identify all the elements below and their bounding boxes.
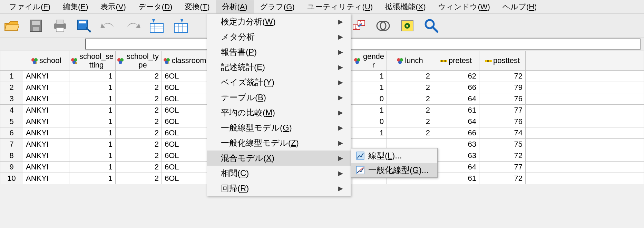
cell-gender[interactable]: 1 — [352, 71, 387, 82]
goto-variable-icon[interactable] — [173, 18, 189, 34]
cell-posttest[interactable]: 79 — [479, 82, 526, 93]
cell-school-type[interactable]: 2 — [116, 116, 162, 127]
submenu-item-線型[interactable]: 線型(L)... — [351, 148, 437, 163]
cell-school-type[interactable]: 2 — [116, 82, 162, 93]
cell-pretest[interactable]: 61 — [433, 173, 479, 184]
cell-school-setting[interactable]: 1 — [69, 150, 116, 162]
cell-school[interactable]: ANKYI — [23, 116, 69, 127]
col-header-classroom[interactable]: aclassroom — [162, 51, 208, 71]
cell-posttest[interactable]: 77 — [479, 105, 526, 116]
open-file-icon[interactable] — [3, 18, 20, 34]
cell-classroom[interactable]: 6OL — [162, 162, 208, 173]
cell-classroom[interactable]: 6OL — [162, 173, 208, 184]
cell-school[interactable]: ANKYI — [23, 150, 69, 162]
cell-lunch[interactable]: 2 — [387, 105, 433, 116]
menu-item-テーブル[interactable]: テーブル(B)▶ — [207, 90, 351, 105]
cell-pretest[interactable]: 62 — [433, 71, 479, 82]
use-sets-icon[interactable] — [375, 18, 391, 34]
cell-lunch[interactable]: 2 — [387, 71, 433, 82]
cell-pretest[interactable]: 63 — [433, 150, 479, 162]
menu-item-メタ分析[interactable]: メタ分析▶ — [207, 29, 351, 44]
menu-item-相関[interactable]: 相関(C)▶ — [207, 166, 351, 181]
cell-classroom[interactable]: 6OL — [162, 150, 208, 162]
menu-拡張機能[interactable]: 拡張機能(X) — [379, 0, 432, 13]
menu-item-記述統計[interactable]: 記述統計(E)▶ — [207, 60, 351, 75]
cell-school[interactable]: ANKYI — [23, 71, 69, 82]
select-cases-icon[interactable] — [399, 18, 416, 34]
cell-pretest[interactable]: 64 — [433, 93, 479, 105]
cell-school-setting[interactable]: 1 — [69, 127, 116, 139]
redo-icon[interactable] — [124, 18, 141, 34]
corner-cell[interactable] — [0, 51, 23, 71]
cell-school-setting[interactable]: 1 — [69, 82, 116, 93]
goto-cell-input[interactable] — [85, 39, 641, 50]
row-number[interactable]: 8 — [0, 150, 23, 162]
menu-item-検定力分析[interactable]: 検定力分析(W)▶ — [207, 14, 351, 29]
cell-school[interactable]: ANKYI — [23, 82, 69, 93]
menu-item-報告書[interactable]: 報告書(P)▶ — [207, 44, 351, 60]
menu-グラフ[interactable]: グラフ(G) — [254, 0, 301, 13]
menu-編集[interactable]: 編集(E) — [57, 0, 94, 13]
cell-posttest[interactable]: 75 — [479, 139, 526, 150]
undo-icon[interactable] — [100, 18, 117, 34]
row-number[interactable]: 3 — [0, 93, 23, 105]
cell-posttest[interactable]: 77 — [479, 162, 526, 173]
value-labels-icon[interactable]: 1A — [351, 18, 367, 34]
row-number[interactable]: 10 — [0, 173, 23, 184]
cell-school-type[interactable]: 2 — [116, 93, 162, 105]
cell-classroom[interactable]: 6OL — [162, 71, 208, 82]
menu-item-回帰[interactable]: 回帰(R)▶ — [207, 181, 351, 196]
menu-item-平均の比較[interactable]: 平均の比較(M)▶ — [207, 105, 351, 120]
menu-ウィンドウ[interactable]: ウィンドウ(W) — [432, 0, 496, 13]
recall-dialog-icon[interactable] — [76, 18, 92, 34]
cell-classroom[interactable]: 6OL — [162, 139, 208, 150]
cell-pretest[interactable]: 64 — [433, 162, 479, 173]
menu-変換[interactable]: 変換(T) — [178, 0, 216, 13]
cell-gender[interactable]: 1 — [352, 105, 387, 116]
cell-pretest[interactable]: 63 — [433, 139, 479, 150]
menu-ヘルプ[interactable]: ヘルプ(H) — [496, 0, 543, 13]
submenu-item-一般化線型[interactable]: 一般化線型(G)... — [351, 163, 437, 177]
cell-posttest[interactable]: 76 — [479, 116, 526, 127]
cell-school-type[interactable]: 2 — [116, 127, 162, 139]
row-number[interactable]: 2 — [0, 82, 23, 93]
cell-school-setting[interactable]: 1 — [69, 139, 116, 150]
find-icon[interactable] — [423, 18, 440, 34]
cell-school-setting[interactable]: 1 — [69, 162, 116, 173]
cell-school-setting[interactable]: 1 — [69, 173, 116, 184]
cell-lunch[interactable]: 2 — [387, 82, 433, 93]
cell-classroom[interactable]: 6OL — [162, 82, 208, 93]
print-icon[interactable] — [52, 18, 68, 34]
cell-pretest[interactable]: 66 — [433, 127, 479, 139]
cell-school-setting[interactable]: 1 — [69, 116, 116, 127]
cell-pretest[interactable]: 66 — [433, 82, 479, 93]
save-icon[interactable] — [28, 18, 44, 34]
row-number[interactable]: 5 — [0, 116, 23, 127]
cell-school-type[interactable]: 2 — [116, 105, 162, 116]
col-header-lunch[interactable]: lunch — [387, 51, 433, 71]
cell-posttest[interactable]: 74 — [479, 127, 526, 139]
cell-pretest[interactable]: 61 — [433, 105, 479, 116]
cell-school[interactable]: ANKYI — [23, 105, 69, 116]
cell-school[interactable]: ANKYI — [23, 139, 69, 150]
cell-classroom[interactable]: 6OL — [162, 93, 208, 105]
cell-lunch[interactable]: 2 — [387, 127, 433, 139]
row-number[interactable]: 9 — [0, 162, 23, 173]
cell-gender[interactable]: 1 — [352, 127, 387, 139]
cell-school-type[interactable]: 2 — [116, 162, 162, 173]
cell-posttest[interactable]: 72 — [479, 150, 526, 162]
cell-school[interactable]: ANKYI — [23, 93, 69, 105]
cell-school-setting[interactable]: 1 — [69, 93, 116, 105]
cell-gender[interactable]: 1 — [352, 82, 387, 93]
cell-lunch[interactable]: 2 — [387, 116, 433, 127]
menu-item-一般化線型モデル[interactable]: 一般化線型モデル(Z)▶ — [207, 135, 351, 151]
row-number[interactable]: 7 — [0, 139, 23, 150]
col-header-gender[interactable]: gender — [352, 51, 387, 71]
row-number[interactable]: 6 — [0, 127, 23, 139]
cell-classroom[interactable]: 6OL — [162, 116, 208, 127]
cell-school-type[interactable]: 2 — [116, 150, 162, 162]
cell-school[interactable]: ANKYI — [23, 127, 69, 139]
menu-ユーティリティ[interactable]: ユーティリティ(U) — [301, 0, 379, 13]
col-header-school[interactable]: aschool — [23, 51, 69, 71]
menu-item-ベイズ統計[interactable]: ベイズ統計(Y)▶ — [207, 75, 351, 90]
